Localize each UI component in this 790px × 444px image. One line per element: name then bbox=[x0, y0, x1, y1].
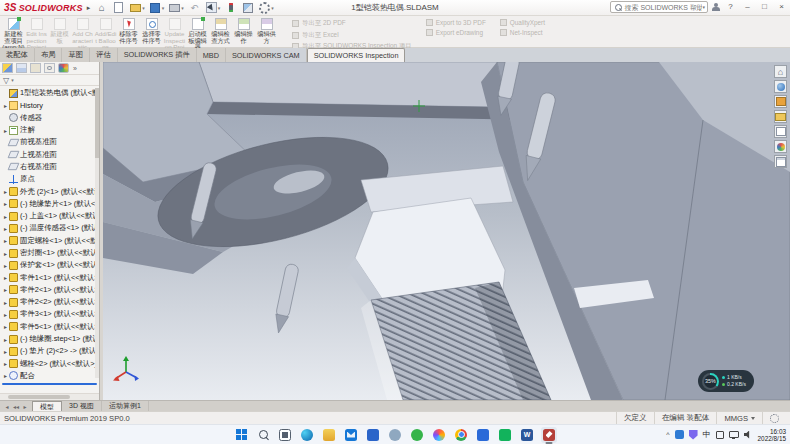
tree-item[interactable]: ▸ 配合 bbox=[0, 370, 99, 382]
tree-horizontal-scrollbar[interactable] bbox=[0, 393, 100, 400]
filter-caret-icon[interactable]: ▾ bbox=[11, 77, 14, 83]
expand-arrow-icon[interactable]: ▸ bbox=[2, 262, 9, 269]
ime-mode-icon[interactable] bbox=[716, 431, 724, 439]
panel-tab-icon[interactable] bbox=[30, 63, 41, 73]
task-pane-icon[interactable] bbox=[774, 155, 787, 168]
quick-access-icon[interactable] bbox=[130, 2, 141, 13]
tree-item[interactable]: ▸ 固定螺栓<1> (默认<<默认>_显示 bbox=[0, 235, 99, 247]
graphics-area[interactable]: 35% 1 KB/s 0.2 KB/s bbox=[103, 62, 790, 400]
network-monitor-icon[interactable] bbox=[729, 431, 739, 438]
expand-arrow-icon[interactable]: ▸ bbox=[2, 102, 9, 109]
taskbar-app-button[interactable] bbox=[321, 427, 337, 443]
command-tab[interactable]: MBD bbox=[197, 48, 226, 62]
command-tab[interactable]: SOLIDWORKS Inspection bbox=[307, 48, 406, 62]
export-menu-item[interactable]: Export eDrawing bbox=[426, 29, 486, 36]
quick-access-icon[interactable] bbox=[206, 2, 217, 13]
expand-arrow-icon[interactable]: ▸ bbox=[2, 225, 9, 232]
expand-arrow-icon[interactable]: ▸ bbox=[2, 237, 9, 244]
task-pane-icon[interactable] bbox=[774, 80, 787, 93]
taskbar-app-button[interactable] bbox=[277, 427, 293, 443]
tree-vertical-scrollbar[interactable] bbox=[95, 88, 99, 378]
panel-tab-icon[interactable] bbox=[58, 63, 69, 73]
quick-access-icon[interactable] bbox=[169, 2, 180, 13]
filter-funnel-icon[interactable]: ▽ bbox=[3, 76, 9, 85]
tree-item[interactable]: ▸ (-) 上盖<1> (默认<<默认>_显示状 bbox=[0, 210, 99, 222]
taskbar-app-button[interactable] bbox=[475, 427, 491, 443]
quick-access-icon[interactable] bbox=[189, 2, 200, 13]
export-menu-item[interactable]: Net-Inspect bbox=[500, 29, 545, 36]
hidden-icons-chevron[interactable]: ^ bbox=[666, 431, 669, 438]
expand-arrow-icon[interactable]: ▸ bbox=[2, 323, 9, 330]
security-shield-icon[interactable] bbox=[689, 430, 698, 440]
stud-pin-2[interactable] bbox=[272, 263, 299, 334]
tree-item[interactable]: ▸ (-) 温度传感器<1> (默认<<默认>_ bbox=[0, 222, 99, 234]
tree-item[interactable]: ▸ 注解 bbox=[0, 124, 99, 136]
taskbar-app-button[interactable] bbox=[409, 427, 425, 443]
panel-overflow-chevron-icon[interactable]: » bbox=[73, 65, 77, 72]
quick-access-icon[interactable] bbox=[259, 2, 270, 13]
tree-item[interactable]: ▸ 零件3<1> (默认<<默认>_显示状 bbox=[0, 308, 99, 320]
tree-item[interactable]: ▸ 传感器 bbox=[0, 112, 99, 124]
taskbar-clock[interactable]: 16:03 2022/8/15 bbox=[758, 428, 786, 442]
taskbar-app-button[interactable] bbox=[497, 427, 513, 443]
threaded-stud[interactable] bbox=[361, 282, 551, 400]
document-tab[interactable]: 3D 视图 bbox=[62, 401, 102, 411]
expand-arrow-icon[interactable]: ▸ bbox=[2, 311, 9, 318]
search-dropdown-caret-icon[interactable]: ▾ bbox=[702, 4, 705, 10]
tree-item[interactable]: ▸ History bbox=[0, 99, 99, 111]
expand-arrow-icon[interactable]: ▸ bbox=[2, 360, 9, 367]
expand-arrow-icon[interactable]: ▸ bbox=[2, 250, 9, 257]
task-pane-icon[interactable] bbox=[774, 65, 787, 78]
tree-item[interactable]: ▸ 零件2<2> (默认<<默认>_显示状 bbox=[0, 296, 99, 308]
export-menu-item[interactable]: 导出至 Excel bbox=[292, 31, 412, 40]
taskbar-app-button[interactable] bbox=[387, 427, 403, 443]
expand-arrow-icon[interactable]: ▸ bbox=[2, 336, 9, 343]
panel-tab-icon[interactable] bbox=[16, 63, 27, 73]
tree-item[interactable]: ▸ 原点 bbox=[0, 173, 99, 185]
tree-item[interactable]: ▸ 零件5<1> (默认<<默认>_显示状 bbox=[0, 321, 99, 333]
speed-monitor-widget[interactable]: 35% 1 KB/s 0.2 KB/s bbox=[698, 370, 754, 392]
command-tab[interactable]: 装配体 bbox=[0, 48, 35, 62]
command-tab[interactable]: SOLIDWORKS 插件 bbox=[118, 48, 197, 62]
expand-arrow-icon[interactable]: ▸ bbox=[2, 286, 9, 293]
expand-arrow-icon[interactable]: ▸ bbox=[2, 274, 9, 281]
dropdown-caret-icon[interactable]: ▾ bbox=[142, 5, 145, 11]
panel-tab-icon[interactable] bbox=[44, 63, 55, 73]
dropdown-caret-icon[interactable]: ▾ bbox=[162, 5, 165, 11]
scroll-left-icon[interactable]: ◂ bbox=[3, 403, 11, 410]
expand-arrow-icon[interactable]: ▸ bbox=[2, 127, 9, 134]
taskbar-app-button[interactable] bbox=[365, 427, 381, 443]
status-options-icon[interactable] bbox=[770, 414, 779, 423]
quick-access-icon[interactable] bbox=[225, 2, 236, 13]
taskbar-app-button[interactable]: W bbox=[519, 427, 535, 443]
taskbar-app-button[interactable] bbox=[255, 427, 271, 443]
taskbar-app-button[interactable] bbox=[541, 427, 557, 443]
tree-item[interactable]: ▸ (-) 垫片 (2)<2> -> (默认<<默认 bbox=[0, 345, 99, 357]
tree-item[interactable]: ▸ 密封圈<1> (默认<<默认>_显示状 bbox=[0, 247, 99, 259]
volume-icon[interactable] bbox=[744, 431, 753, 439]
scroll-right-icon[interactable]: ▸ bbox=[21, 403, 29, 410]
tree-item[interactable]: ▸ (-) 绝缘圈.step<1> (默认<<默认> bbox=[0, 333, 99, 345]
tree-item[interactable]: ▸ (-) 绝缘垫片<1> (默认<<默认>_显示状 bbox=[0, 198, 99, 210]
ime-language-indicator[interactable]: 中 bbox=[703, 429, 711, 440]
sign-in-icon[interactable] bbox=[712, 3, 720, 12]
task-pane-icon[interactable] bbox=[774, 125, 787, 138]
taskbar-app-button[interactable] bbox=[299, 427, 315, 443]
taskbar-app-button[interactable] bbox=[453, 427, 469, 443]
tree-item[interactable]: ▸ 零件2<1> (默认<<默认>_显示状 bbox=[0, 284, 99, 296]
tree-item[interactable]: ▸ 上视基准面 bbox=[0, 148, 99, 160]
tree-item[interactable]: ▸ 1型铠装热电偶 (默认<默认>_显示状态-1 bbox=[0, 87, 99, 99]
quick-access-icon[interactable] bbox=[242, 2, 253, 13]
export-menu-item[interactable]: Export to 3D PDF bbox=[426, 19, 486, 26]
task-pane-icon[interactable] bbox=[774, 110, 787, 123]
search-input[interactable] bbox=[624, 4, 702, 11]
tree-item[interactable]: ▸ 保护套<1> (默认<<默认>_显示状 bbox=[0, 259, 99, 271]
dropdown-caret-icon[interactable]: ▾ bbox=[181, 5, 184, 11]
expand-arrow-icon[interactable]: ▸ bbox=[2, 372, 9, 379]
tree-item[interactable]: ▸ 螺栓<2> (默认<<默认>_显示状态 bbox=[0, 358, 99, 370]
panel-tab-icon[interactable] bbox=[2, 63, 13, 73]
document-tab[interactable]: 模型 bbox=[32, 401, 62, 411]
task-pane-icon[interactable] bbox=[774, 140, 787, 153]
command-tab[interactable]: 评估 bbox=[90, 48, 118, 62]
quick-access-icon[interactable] bbox=[96, 2, 107, 13]
